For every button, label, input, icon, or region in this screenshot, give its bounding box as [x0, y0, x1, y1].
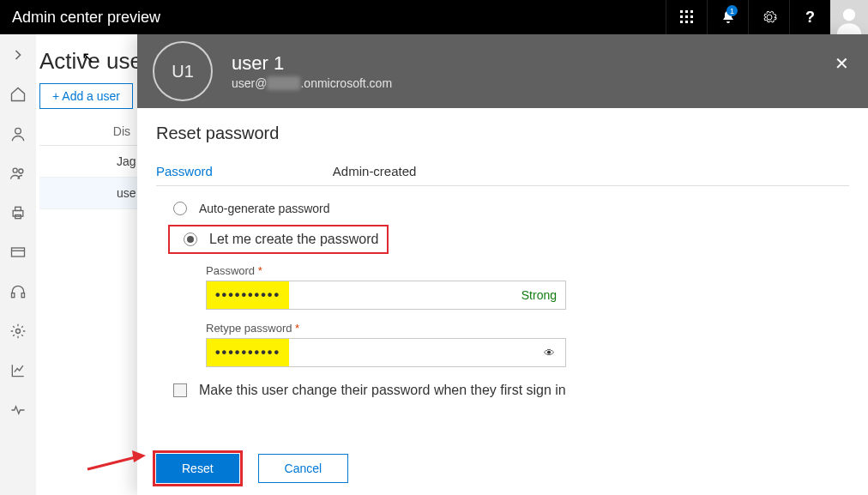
- reset-button[interactable]: Reset: [156, 454, 239, 483]
- radio-icon[interactable]: [173, 202, 187, 215]
- retype-password-field-group: Retype password * •••••••••• 👁: [206, 322, 849, 367]
- svg-point-11: [13, 168, 17, 172]
- svg-rect-8: [690, 21, 693, 23]
- svg-marker-21: [132, 450, 146, 462]
- svg-point-19: [16, 329, 21, 334]
- svg-rect-1: [685, 10, 688, 13]
- svg-rect-5: [690, 15, 693, 18]
- svg-rect-13: [13, 211, 23, 217]
- svg-rect-2: [690, 10, 693, 13]
- panel-body: Reset password Password Admin-created Au…: [137, 108, 868, 398]
- svg-rect-17: [12, 293, 15, 298]
- panel-title: Reset password: [156, 124, 849, 143]
- svg-line-20: [87, 457, 136, 469]
- print-icon[interactable]: [9, 204, 27, 221]
- panel-header: U1 user 1 user@xxxxx.onmicrosoft.com ✕: [137, 34, 868, 108]
- panel-actions: Reset Cancel: [156, 454, 348, 483]
- checkbox-icon[interactable]: [173, 383, 187, 397]
- help-icon[interactable]: ?: [789, 0, 830, 34]
- notifications-icon[interactable]: 1: [707, 0, 748, 34]
- svg-rect-18: [21, 293, 24, 298]
- svg-point-10: [15, 128, 21, 134]
- chevron-right-icon[interactable]: [9, 46, 27, 63]
- reports-icon[interactable]: [9, 362, 27, 379]
- force-change-checkbox-row[interactable]: Make this user change their password whe…: [173, 383, 849, 398]
- topbar-icons: 1 ?: [666, 0, 868, 34]
- user-display-name: user 1: [232, 52, 392, 75]
- password-value-mask: ••••••••••: [207, 281, 289, 309]
- password-input[interactable]: •••••••••• Strong: [206, 281, 566, 310]
- home-icon[interactable]: [9, 86, 27, 103]
- user-avatar-icon[interactable]: [830, 0, 868, 34]
- option-auto-generate[interactable]: Auto-generate password: [173, 202, 849, 215]
- reveal-password-icon[interactable]: 👁: [544, 347, 555, 359]
- tab-method-value: Admin-created: [333, 164, 417, 178]
- flyout-panel: U1 user 1 user@xxxxx.onmicrosoft.com ✕ R…: [137, 34, 868, 495]
- svg-rect-3: [680, 15, 683, 18]
- property-row: Password Admin-created: [156, 164, 849, 186]
- svg-rect-6: [680, 21, 683, 23]
- groups-icon[interactable]: [9, 165, 27, 182]
- password-field-group: Password * •••••••••• Strong: [206, 264, 849, 310]
- annotation-arrow-icon: [86, 449, 146, 474]
- svg-rect-0: [680, 10, 683, 13]
- health-icon[interactable]: [9, 401, 27, 419]
- svg-rect-7: [685, 21, 688, 23]
- svg-rect-4: [685, 15, 688, 18]
- svg-point-9: [843, 9, 855, 21]
- col-display-name: Dis: [113, 124, 130, 138]
- app-launcher-icon[interactable]: [666, 0, 707, 34]
- svg-rect-14: [15, 207, 21, 210]
- left-nav-rail: [0, 34, 36, 495]
- top-bar: Admin center preview 1 ?: [0, 0, 868, 34]
- password-value-mask: ••••••••••: [207, 339, 289, 366]
- gear-icon[interactable]: [9, 323, 27, 340]
- svg-rect-16: [12, 248, 25, 257]
- app-title: Admin center preview: [0, 9, 666, 27]
- user-email: user@xxxxx.onmicrosoft.com: [232, 76, 392, 90]
- user-initials-avatar: U1: [153, 41, 213, 101]
- user-icon[interactable]: [9, 125, 27, 142]
- cancel-button[interactable]: Cancel: [258, 454, 349, 483]
- svg-point-12: [19, 169, 23, 173]
- settings-gear-icon[interactable]: [748, 0, 789, 34]
- option-manual-create[interactable]: Let me create the password: [168, 225, 389, 254]
- card-icon[interactable]: [9, 244, 27, 261]
- retype-password-input[interactable]: •••••••••• 👁: [206, 338, 566, 367]
- tab-password[interactable]: Password: [156, 164, 213, 178]
- add-user-button[interactable]: + Add a user: [39, 83, 133, 109]
- notification-badge: 1: [726, 5, 738, 16]
- headset-icon[interactable]: [9, 283, 27, 300]
- close-icon[interactable]: ✕: [835, 53, 849, 74]
- radio-icon[interactable]: [184, 232, 197, 246]
- password-strength-label: Strong: [521, 288, 557, 302]
